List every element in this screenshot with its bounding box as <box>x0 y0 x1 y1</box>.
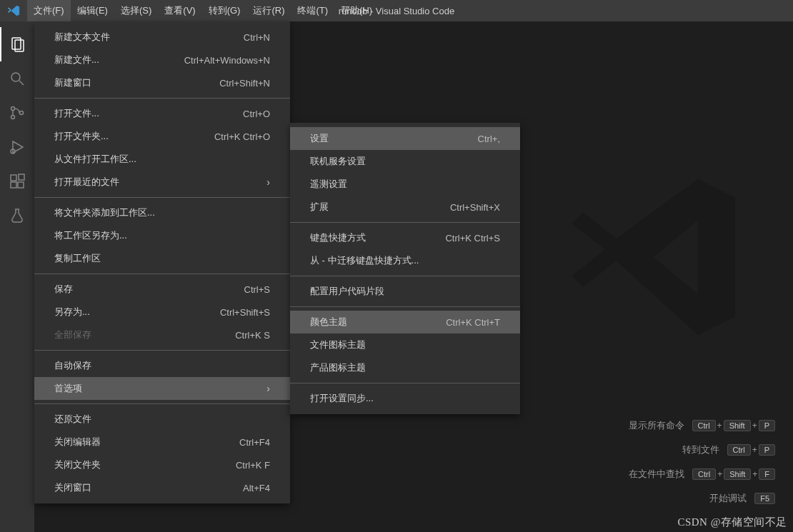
menu-item[interactable]: 遥测设置 <box>290 173 520 196</box>
menu-item[interactable]: 自动保存 <box>34 354 290 377</box>
menu-item-label: 复制工作区 <box>54 252 101 265</box>
menu-item[interactable]: 从 - 中迁移键盘快捷方式... <box>290 249 520 272</box>
menu-item-shortcut: Ctrl+K S <box>235 330 270 341</box>
keycap: F <box>759 468 775 480</box>
menu-item[interactable]: 保存Ctrl+S <box>34 278 290 301</box>
menu-item-shortcut: Ctrl+S <box>244 284 270 295</box>
svg-line-3 <box>19 81 24 85</box>
menu-item[interactable]: 关闭窗口Alt+F4 <box>34 476 290 499</box>
menu-item[interactable]: 另存为...Ctrl+Shift+S <box>34 301 290 323</box>
menu-item-label: 设置 <box>310 132 329 145</box>
menu-item[interactable]: 新建文件...Ctrl+Alt+Windows+N <box>34 49 290 71</box>
menu-item-label: 新建窗口 <box>54 76 91 89</box>
menu-item-label: 关闭编辑器 <box>54 436 101 448</box>
shortcut-keys: F5 <box>754 493 776 504</box>
menu-item-label: 将文件夹添加到工作区... <box>54 206 155 219</box>
shortcut-label: 在文件中查找 <box>629 468 684 481</box>
vscode-watermark-icon <box>564 164 750 350</box>
menubar-item[interactable]: 编辑(E) <box>71 0 114 21</box>
menu-item-label: 颜色主题 <box>310 316 347 328</box>
menu-item[interactable]: 新建窗口Ctrl+Shift+N <box>34 71 290 94</box>
menu-separator <box>34 273 290 274</box>
shortcut-keys: Ctrl+Shift+F <box>692 468 776 480</box>
svg-point-4 <box>11 107 15 111</box>
run-debug-icon[interactable] <box>0 130 34 164</box>
menu-separator <box>34 403 290 404</box>
menu-item-shortcut: Ctrl+K Ctrl+T <box>446 317 500 328</box>
menu-item[interactable]: 关闭编辑器Ctrl+F4 <box>34 431 290 453</box>
menu-item-label: 还原文件 <box>54 413 91 426</box>
menu-item-label: 打开文件夹... <box>54 130 109 143</box>
keycap: Shift <box>724 420 751 431</box>
menu-item-label: 产品图标主题 <box>310 361 366 374</box>
menu-item[interactable]: 关闭文件夹Ctrl+K F <box>34 453 290 476</box>
menu-item[interactable]: 将文件夹添加到工作区... <box>34 201 290 224</box>
menu-item-label: 关闭窗口 <box>54 481 91 494</box>
menu-item[interactable]: 打开文件...Ctrl+O <box>34 102 290 125</box>
menu-item-shortcut: Ctrl+K Ctrl+O <box>214 131 270 142</box>
menu-item[interactable]: 将工作区另存为... <box>34 224 290 247</box>
menu-item[interactable]: 复制工作区 <box>34 247 290 270</box>
menu-item[interactable]: 全部保存Ctrl+K S <box>34 323 290 346</box>
welcome-shortcuts: 显示所有命令Ctrl+Shift+P转到文件Ctrl+P在文件中查找Ctrl+S… <box>629 408 777 505</box>
preferences-submenu: 设置Ctrl+,联机服务设置遥测设置扩展Ctrl+Shift+X键盘快捷方式Ct… <box>290 123 520 414</box>
menu-item-label: 从文件打开工作区... <box>54 153 136 166</box>
menu-item[interactable]: 联机服务设置 <box>290 150 520 173</box>
menu-item[interactable]: 设置Ctrl+, <box>290 127 520 150</box>
menu-item-shortcut: Ctrl+Alt+Windows+N <box>184 55 270 66</box>
menu-item-shortcut: Ctrl+Shift+S <box>220 307 270 318</box>
menu-separator <box>290 276 520 276</box>
menu-item[interactable]: 产品图标主题 <box>290 356 520 379</box>
shortcut-row: 在文件中查找Ctrl+Shift+F <box>629 468 777 481</box>
menu-item-label: 打开最近的文件 <box>54 176 119 189</box>
menu-item-shortcut: Ctrl+Shift+N <box>219 78 270 89</box>
shortcut-keys: Ctrl+P <box>727 444 776 456</box>
menu-item-label: 将工作区另存为... <box>54 229 127 242</box>
menu-separator <box>34 98 290 99</box>
menu-item-label: 全部保存 <box>54 328 91 341</box>
menu-item-shortcut: Ctrl+F4 <box>239 437 270 448</box>
menubar-item[interactable]: 运行(R) <box>246 0 291 21</box>
svg-point-6 <box>20 111 24 115</box>
shortcut-label: 显示所有命令 <box>629 419 684 432</box>
search-icon[interactable] <box>0 61 34 96</box>
menu-item-label: 键盘快捷方式 <box>310 231 366 244</box>
svg-rect-11 <box>19 174 24 180</box>
menu-item[interactable]: 还原文件 <box>34 408 290 431</box>
menu-item-label: 联机服务设置 <box>310 155 366 168</box>
menu-item-shortcut: Ctrl+K Ctrl+S <box>445 233 500 244</box>
menu-item-label: 遥测设置 <box>310 178 347 191</box>
menu-bar: 文件(F)编辑(E)选择(S)查看(V)转到(G)运行(R)终端(T)帮助(H) <box>27 0 379 21</box>
explorer-icon[interactable] <box>0 27 34 61</box>
menubar-item[interactable]: 终端(T) <box>291 0 334 21</box>
menu-item[interactable]: 配置用户代码片段 <box>290 280 520 303</box>
menu-item[interactable]: 扩展Ctrl+Shift+X <box>290 196 520 219</box>
chevron-right-icon: › <box>266 383 270 394</box>
menu-item[interactable]: 打开设置同步... <box>290 387 520 410</box>
menu-item[interactable]: 文件图标主题 <box>290 333 520 356</box>
menu-item[interactable]: 打开最近的文件› <box>34 171 290 194</box>
menu-separator <box>290 222 520 223</box>
extensions-icon[interactable] <box>0 164 34 199</box>
menu-item[interactable]: 打开文件夹...Ctrl+K Ctrl+O <box>34 125 290 148</box>
menubar-item[interactable]: 选择(S) <box>114 0 158 21</box>
menu-item[interactable]: 新建文本文件Ctrl+N <box>34 26 290 49</box>
menu-item-shortcut: Ctrl+, <box>478 134 500 144</box>
menubar-item[interactable]: 查看(V) <box>158 0 201 21</box>
menu-item[interactable]: 键盘快捷方式Ctrl+K Ctrl+S <box>290 226 520 249</box>
keycap: Ctrl <box>692 420 716 431</box>
window-title: runoob - Visual Studio Code <box>339 6 454 16</box>
menu-item[interactable]: 首选项› <box>34 377 290 400</box>
menu-separator <box>290 306 520 307</box>
keycap: Shift <box>724 468 751 480</box>
testing-icon[interactable] <box>0 199 34 233</box>
shortcut-label: 开始调试 <box>709 492 747 505</box>
menu-separator <box>34 197 290 198</box>
title-bar: 文件(F)编辑(E)选择(S)查看(V)转到(G)运行(R)终端(T)帮助(H)… <box>0 0 793 21</box>
source-control-icon[interactable] <box>0 96 34 130</box>
menubar-item[interactable]: 转到(G) <box>202 0 247 21</box>
menu-item[interactable]: 从文件打开工作区... <box>34 148 290 171</box>
menu-item[interactable]: 颜色主题Ctrl+K Ctrl+T <box>290 311 520 333</box>
menubar-item[interactable]: 文件(F) <box>27 0 71 21</box>
shortcut-keys: Ctrl+Shift+P <box>692 420 777 431</box>
